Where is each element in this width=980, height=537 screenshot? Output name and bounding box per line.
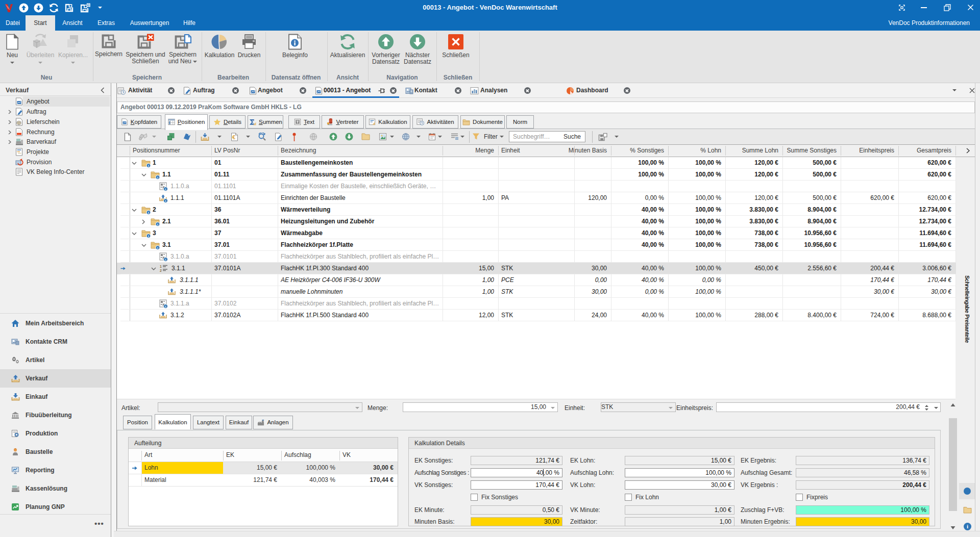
svg-text:€: € — [232, 134, 235, 140]
